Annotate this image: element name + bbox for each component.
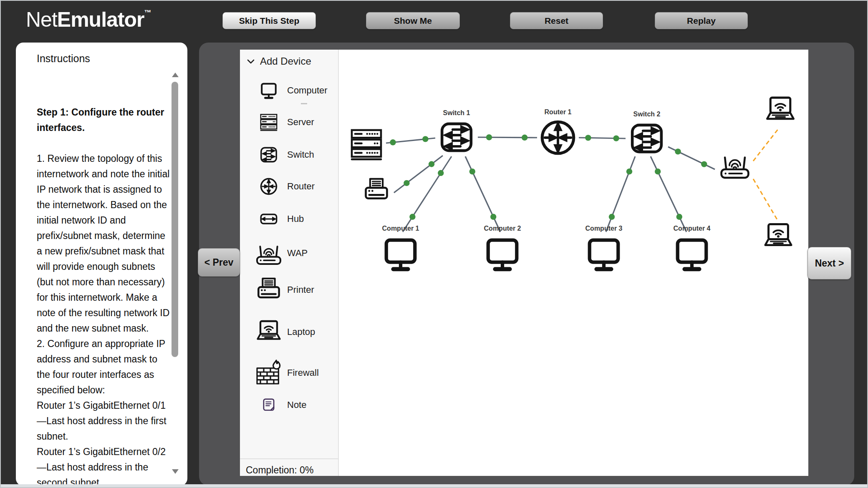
palette-item-label: WAP <box>287 248 308 259</box>
node-computer-2[interactable] <box>488 240 517 269</box>
node-computer-1[interactable] <box>386 240 415 269</box>
connection-dot <box>676 214 682 220</box>
device-palette: Add Device ComputerServerSwitchRouterHub… <box>240 50 339 476</box>
scroll-down-arrow-icon[interactable] <box>172 469 179 474</box>
palette-item-label: Laptop <box>287 327 315 337</box>
printer-icon <box>255 277 282 303</box>
link-switch-2-computer-4[interactable] <box>651 156 686 232</box>
note-icon <box>255 397 282 413</box>
completion-status: Completion: 0% <box>246 465 313 476</box>
skip-this-step-button[interactable]: Skip This Step <box>222 12 316 29</box>
node-laptop-1[interactable] <box>767 98 793 119</box>
instructions-text: Step 1: Configure the router interfaces.… <box>37 89 179 488</box>
palette-item-printer[interactable]: Printer <box>255 277 314 303</box>
connection-dot <box>585 135 591 141</box>
node-label-computer-1: Computer 1 <box>382 225 419 232</box>
palette-item-label: Printer <box>287 284 314 295</box>
node-laptop-2[interactable] <box>765 224 792 245</box>
switch-icon <box>255 145 282 164</box>
connection-dot <box>404 180 409 186</box>
palette-item-label: Firewall <box>287 367 319 378</box>
palette-item-label: Computer <box>287 85 328 96</box>
palette-item-note[interactable]: Note <box>255 397 306 413</box>
connection-dot <box>655 169 661 174</box>
computer-icon <box>255 81 282 100</box>
palette-item-switch[interactable]: Switch <box>255 145 314 164</box>
add-device-label: Add Device <box>260 55 311 67</box>
logo-trademark: ™ <box>144 9 151 17</box>
palette-item-laptop[interactable]: Laptop <box>255 319 315 345</box>
node-computer-4[interactable] <box>678 240 707 269</box>
show-me-button[interactable]: Show Me <box>366 12 460 29</box>
scroll-up-arrow-icon[interactable] <box>172 73 179 77</box>
hub-icon <box>255 209 282 229</box>
node-printer-1[interactable] <box>366 179 387 199</box>
node-switch-1[interactable] <box>442 124 471 151</box>
instructions-title: Instructions <box>37 53 90 65</box>
prev-button[interactable]: < Prev <box>198 248 240 277</box>
server-icon <box>255 113 282 132</box>
connection-dot <box>469 169 475 174</box>
palette-item-server[interactable]: Server <box>255 113 314 132</box>
node-computer-3[interactable] <box>590 240 618 269</box>
connection-dot <box>490 214 496 220</box>
connection-dot <box>438 170 444 176</box>
palette-item-label: Hub <box>287 214 304 224</box>
replay-button[interactable]: Replay <box>655 12 748 29</box>
scrollbar-thumb[interactable] <box>172 82 178 357</box>
app-logo: NetEmulator™ <box>26 8 151 32</box>
node-label-switch-2: Switch 2 <box>633 111 661 118</box>
reset-button[interactable]: Reset <box>510 12 603 29</box>
node-router-1[interactable] <box>542 122 574 153</box>
connection-dot <box>701 161 707 167</box>
logo-emulator: Emulator <box>57 8 144 31</box>
connection-dot <box>486 134 492 140</box>
completion-divider: Completion: 0% <box>240 458 338 459</box>
connection-dot <box>609 214 615 220</box>
next-button[interactable]: Next > <box>807 247 851 279</box>
instructions-panel: Instructions Step 1: Configure the route… <box>16 43 187 486</box>
instructions-body: 1. Review the topology of this internetw… <box>37 151 179 488</box>
firewall-icon <box>255 360 282 386</box>
connection-dot <box>409 214 415 220</box>
link-wap-1-laptop-2[interactable] <box>753 179 778 221</box>
add-device-header[interactable]: Add Device <box>246 55 311 67</box>
palette-item-computer[interactable]: Computer <box>255 81 328 100</box>
palette-item-label: Router <box>287 181 315 192</box>
node-label-computer-3: Computer 3 <box>585 225 623 232</box>
wap-icon <box>255 240 282 267</box>
node-server-1[interactable] <box>352 130 381 159</box>
connection-dot <box>675 148 681 154</box>
link-switch-2-wap-1[interactable] <box>668 147 715 169</box>
palette-item-label: Server <box>287 117 314 128</box>
router-icon <box>255 177 282 196</box>
node-label-computer-2: Computer 2 <box>484 225 521 232</box>
link-switch-1-printer-1[interactable] <box>394 156 443 193</box>
palette-item-wap[interactable]: WAP <box>255 240 308 267</box>
connection-dot <box>422 136 428 142</box>
connection-dot <box>626 169 632 174</box>
node-label-router-1: Router 1 <box>545 108 572 116</box>
chevron-down-icon <box>246 56 256 66</box>
palette-item-label: Note <box>287 400 306 410</box>
link-wap-1-laptop-1[interactable] <box>753 129 778 161</box>
bottom-edge-strip <box>1 484 867 487</box>
link-switch-1-computer-2[interactable] <box>465 156 500 232</box>
instructions-scrollbar[interactable] <box>172 73 178 474</box>
palette-item-label: Switch <box>287 149 314 160</box>
connection-dot <box>613 135 619 141</box>
node-wap-1[interactable] <box>722 158 749 178</box>
connection-dot <box>429 161 434 167</box>
node-label-computer-4: Computer 4 <box>674 225 711 232</box>
node-switch-2[interactable] <box>632 125 661 152</box>
logo-net: Net <box>26 8 57 31</box>
topology-canvas[interactable]: Switch 1Router 1Switch 2Computer 1Comput… <box>339 50 808 476</box>
node-label-switch-1: Switch 1 <box>443 109 470 116</box>
palette-item-router[interactable]: Router <box>255 177 315 196</box>
link-switch-2-computer-3[interactable] <box>606 156 635 232</box>
palette-item-hub[interactable]: Hub <box>255 209 304 229</box>
connection-dot <box>390 139 396 145</box>
instructions-step-heading: Step 1: Configure the router interfaces. <box>37 105 179 136</box>
palette-item-firewall[interactable]: Firewall <box>255 360 319 386</box>
divider-dash <box>301 103 307 104</box>
